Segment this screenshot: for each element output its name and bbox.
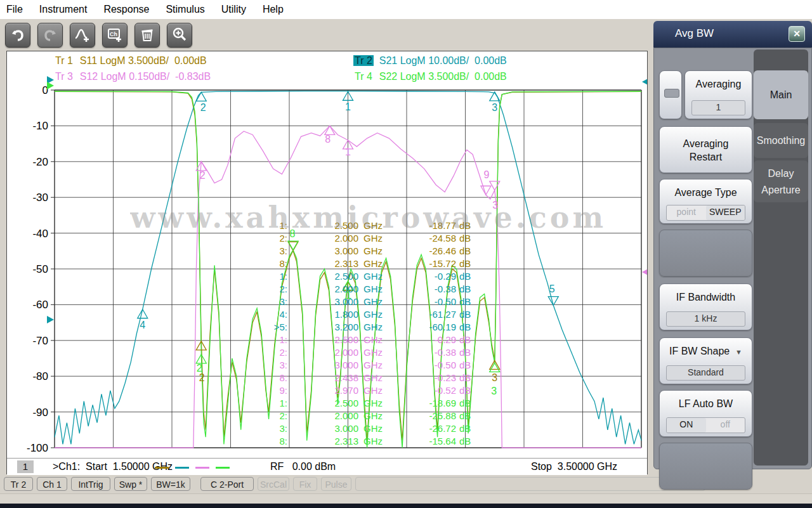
averaging-toggle-button[interactable]	[659, 70, 682, 119]
undo-icon	[10, 27, 25, 42]
if-bandwidth-button[interactable]: IF Bandwidth 1 kHz	[659, 283, 752, 330]
menu-item-utility[interactable]: Utility	[221, 4, 246, 15]
reference-level-arrow	[47, 316, 54, 323]
reference-level-arrow	[642, 78, 647, 86]
marker-readout-row: 1:2.500GHz-0.29dB	[267, 270, 471, 283]
channel-stop-label[interactable]: Stop 3.50000 GHz	[531, 461, 617, 472]
marker-number-label: 2	[197, 363, 202, 374]
y-axis-tick: -40	[32, 228, 48, 240]
average-type-point-option[interactable]: point	[667, 205, 706, 220]
redo-icon	[43, 27, 58, 42]
status-button-inttrig[interactable]: IntTrig	[71, 477, 110, 491]
marker-readout-table: 1:2.500GHz-18.77dB2:2.000GHz-24.58dB3:3.…	[267, 219, 471, 448]
average-type-label: Average Type	[660, 187, 752, 199]
channel-number-badge[interactable]: 1	[17, 460, 34, 473]
status-button-srccal[interactable]: SrcCal	[258, 477, 289, 491]
average-type-button[interactable]: Average Type point SWEEP	[659, 179, 752, 224]
marker-number-label: 3	[491, 386, 497, 396]
lf-auto-bw-label: LF Auto BW	[660, 398, 752, 410]
y-axis-tick: -80	[32, 370, 48, 382]
bottom-strip	[0, 493, 812, 504]
tab-delay-aperture[interactable]: DelayAperture	[754, 160, 808, 202]
averaging-label: Averaging	[685, 79, 752, 90]
delete-button[interactable]	[134, 23, 160, 48]
marker-readout-row: 3:3.000GHz-0.50dB	[267, 296, 471, 308]
if-bandwidth-value[interactable]: 1 kHz	[666, 311, 745, 327]
marker-number-label: 2	[200, 102, 206, 113]
if-bw-shape-label: IF BW Shape ▼	[660, 346, 752, 357]
menu-item-response[interactable]: Response	[103, 4, 149, 15]
y-axis-tick: -100	[27, 442, 48, 454]
blank-softkey-1	[659, 230, 752, 277]
menu-bar: FileInstrumentResponseStimulusUtilityHel…	[0, 0, 812, 19]
toggle-led-indicator	[664, 89, 679, 98]
window-bottom-edge	[0, 504, 812, 508]
marker-number-label: 3	[492, 200, 498, 211]
reference-level-arrow	[642, 268, 647, 276]
y-axis-tick: -60	[32, 299, 48, 311]
status-button-c-2-port[interactable]: C 2-Port	[200, 477, 254, 491]
average-type-sweep-option[interactable]: SWEEP	[706, 205, 745, 220]
marker-readout-row: >5:3.200GHz-60.19dB	[267, 321, 471, 334]
average-type-segmented[interactable]: point SWEEP	[666, 205, 745, 221]
tab-main[interactable]: Main	[754, 70, 808, 119]
averaging-restart-button[interactable]: Averaging Restart	[659, 126, 752, 173]
trace-color-dash	[155, 467, 169, 469]
marker-number-label: 2	[200, 170, 206, 181]
add-trace-icon	[74, 27, 91, 43]
lf-auto-bw-off-option[interactable]: off	[706, 418, 745, 433]
marker-readout-row: 4:1.800GHz-61.27dB	[267, 308, 471, 321]
marker-number-label: 1	[345, 147, 351, 157]
undo-button[interactable]	[5, 23, 30, 48]
y-axis-tick: -70	[32, 335, 48, 347]
add-channel-icon: Ch	[107, 27, 123, 43]
marker-number-label: 3	[492, 372, 497, 383]
plot-window: Tr 1 S11 LogM 3.500dB/ 0.00dBTr 2 S21 Lo…	[6, 51, 648, 474]
status-button-empty[interactable]	[355, 477, 705, 491]
marker-readout-row: 2:2.000GHz-0.38dB	[267, 283, 471, 296]
menu-item-file[interactable]: File	[6, 4, 23, 15]
menu-item-instrument[interactable]: Instrument	[39, 4, 88, 15]
y-axis-tick: -50	[32, 263, 48, 275]
panel-title-text: Avg BW	[675, 27, 714, 40]
status-button-swp-[interactable]: Swp *	[114, 477, 147, 491]
status-button-bw-1k[interactable]: BW=1k	[151, 477, 190, 491]
marker-readout-row: 1:2.500GHz-0.29dB	[267, 334, 471, 346]
marker-readout-row: 8:2.313GHz-15.64dB	[267, 435, 471, 448]
zoom-button[interactable]	[167, 23, 192, 48]
marker-readout-row: 3:3.000GHz-0.50dB	[267, 359, 471, 372]
y-axis-tick: -30	[32, 192, 48, 204]
marker-readout-row: 9:2.970GHz-0.52dB	[267, 384, 471, 397]
y-axis-tick: -20	[32, 156, 48, 168]
status-button-fix[interactable]: Fix	[293, 477, 317, 491]
if-bw-shape-value[interactable]: Standard	[666, 365, 745, 381]
marker-readout-row: 2:2.000GHz-25.88dB	[267, 410, 471, 422]
add-channel-button[interactable]: Ch	[102, 23, 128, 48]
if-bw-shape-button[interactable]: IF BW Shape ▼ Standard	[659, 337, 752, 384]
close-icon[interactable]: ✕	[789, 26, 805, 42]
add-trace-button[interactable]	[70, 23, 95, 48]
marker-number-label: 5	[549, 283, 555, 294]
redo-button[interactable]	[37, 23, 63, 48]
status-button-pulse[interactable]: Pulse	[321, 477, 351, 491]
y-axis-tick: -10	[32, 120, 48, 132]
marker-number-label: 2	[199, 372, 205, 383]
menu-item-stimulus[interactable]: Stimulus	[166, 4, 204, 15]
trace-color-dash	[216, 467, 230, 469]
marker-readout-row: 1:2.500GHz-18.77dB	[267, 219, 471, 232]
status-button-tr-2[interactable]: Tr 2	[4, 477, 33, 491]
lf-auto-bw-button[interactable]: LF Auto BW ON off	[659, 390, 752, 437]
panel-title-bar[interactable]: Avg BW ✕	[653, 21, 812, 48]
status-button-ch-1[interactable]: Ch 1	[37, 477, 67, 491]
reference-level-arrow	[47, 82, 54, 89]
menu-item-help[interactable]: Help	[263, 4, 284, 15]
zoom-icon	[171, 27, 188, 43]
rf-power-label[interactable]: RF 0.00 dBm	[270, 461, 336, 472]
tab-smoothing[interactable]: Smoothing	[754, 123, 808, 158]
lf-auto-bw-segmented[interactable]: ON off	[666, 417, 745, 433]
trace-color-dash	[195, 467, 209, 469]
channel-status-strip: 1 >Ch1: Start 1.50000 GHz RF 0.00 dBm St…	[7, 458, 647, 475]
lf-auto-bw-on-option[interactable]: ON	[667, 418, 706, 433]
averaging-value[interactable]: 1	[691, 100, 745, 115]
averaging-button[interactable]: Averaging 1	[684, 70, 752, 119]
